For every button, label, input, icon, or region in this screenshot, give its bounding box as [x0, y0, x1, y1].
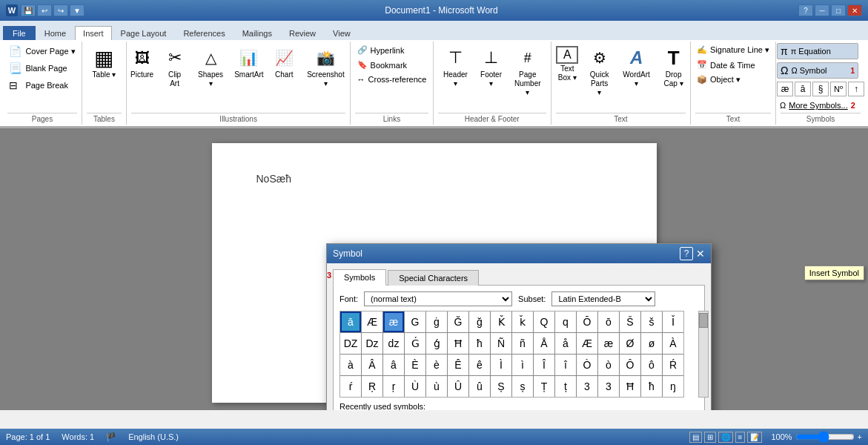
- symbol-grid-container: ā Æ æ G ġ Ğ ğ Ǩ ǩ Q q Ō ō: [339, 311, 698, 398]
- symbol-btn[interactable]: Ω Ω Symbol 1: [777, 62, 858, 79]
- help-btn[interactable]: ?: [798, 4, 813, 16]
- tab-file[interactable]: File: [3, 26, 36, 40]
- clip-art-label: Clip Art: [164, 70, 186, 88]
- clip-art-btn[interactable]: ✂ Clip Art: [159, 43, 191, 91]
- maximize-btn[interactable]: □: [831, 4, 846, 16]
- sym-ae[interactable]: ā: [340, 312, 361, 332]
- quick-access-redo[interactable]: ↪: [53, 4, 68, 16]
- table-label: Table ▾: [93, 70, 116, 79]
- tab-home[interactable]: Home: [36, 26, 74, 40]
- smartart-label: SmartArt: [234, 70, 263, 79]
- blank-page-btn[interactable]: 📃 Blank Page: [4, 60, 72, 76]
- page-break-btn[interactable]: ⊟ Page Break: [4, 77, 73, 93]
- screenshot-btn[interactable]: 📸 Screenshot ▾: [301, 43, 350, 91]
- footer-label: Footer ▾: [479, 70, 503, 88]
- modal-close-btn[interactable]: ✕: [696, 248, 705, 260]
- object-label: Object ▾: [710, 75, 741, 85]
- drop-cap-btn[interactable]: T DropCap ▾: [658, 43, 689, 91]
- cross-reference-btn[interactable]: ↔ Cross-reference: [352, 73, 432, 86]
- quick-access-save[interactable]: 💾: [21, 4, 36, 16]
- tab-special-chars[interactable]: Special Characters: [388, 270, 479, 286]
- ribbon-group-links: 🔗 Hyperlink 🔖 Bookmark ↔ Cross-reference…: [351, 42, 433, 125]
- quick-access-undo[interactable]: ↩: [37, 4, 52, 16]
- ribbon-container: File Home Insert Page Layout References …: [0, 21, 868, 128]
- footer-btn[interactable]: ⊥ Footer ▾: [474, 43, 507, 91]
- date-time-btn[interactable]: 📅 Date & Time: [692, 58, 761, 72]
- equation-icon: π: [781, 45, 788, 57]
- tab-view[interactable]: View: [325, 26, 359, 40]
- modal-tab-content: Font: (normal text) Subset: Latin Extend…: [333, 285, 705, 410]
- sym-cell-section[interactable]: §: [812, 82, 829, 96]
- wordart-label: WordArt ▾: [621, 70, 652, 88]
- table-btn[interactable]: ▦ Table ▾: [87, 43, 120, 82]
- font-select[interactable]: (normal text): [364, 291, 512, 306]
- date-time-label: Date & Time: [710, 61, 755, 70]
- page-number-btn[interactable]: # PageNumber ▾: [509, 43, 546, 100]
- cover-page-icon: 📄: [9, 45, 22, 57]
- drop-cap-icon: T: [662, 46, 686, 70]
- modal-overlay: Symbol ? ✕ 3 Symbols Special Characters: [0, 128, 868, 410]
- tab-references[interactable]: References: [175, 26, 233, 40]
- zoom-level: 100%: [771, 432, 792, 441]
- ribbon-group-signature: ✍ Signature Line ▾ 📅 Date & Time 📦 Objec…: [691, 42, 776, 125]
- picture-btn[interactable]: 🖼 Picture: [127, 43, 158, 82]
- tab-insert[interactable]: Insert: [75, 26, 112, 41]
- modal-help-btn[interactable]: ?: [680, 247, 693, 260]
- document-area[interactable]: NoSæħ Insert Symbol Symbol ? ✕ 3 Symbols: [0, 128, 868, 410]
- screenshot-label: Screenshot ▾: [305, 70, 345, 88]
- tables-group-label: Tables: [87, 113, 122, 123]
- minimize-btn[interactable]: ─: [815, 4, 829, 16]
- sym-cell-no[interactable]: Nº: [830, 82, 847, 96]
- shapes-btn[interactable]: △ Shapes ▾: [192, 43, 230, 91]
- full-screen-btn[interactable]: ⊞: [704, 432, 716, 443]
- symbol-grid: ā Æ æ G ġ Ğ ğ Ǩ ǩ Q q Ō ō: [339, 311, 684, 398]
- sym-cell-up[interactable]: ↑: [848, 82, 864, 96]
- font-row: Font: (normal text) Subset: Latin Extend…: [339, 291, 698, 306]
- print-view-btn[interactable]: ▤: [689, 432, 702, 443]
- wordart-btn[interactable]: A WordArt ▾: [617, 43, 657, 91]
- subset-select[interactable]: Latin Extended-B: [551, 291, 655, 306]
- smartart-btn[interactable]: 📊 SmartArt: [231, 43, 268, 82]
- quick-parts-btn[interactable]: ⚙ QuickParts ▾: [584, 43, 615, 100]
- web-view-btn[interactable]: 🌐: [718, 432, 733, 443]
- tab-page-layout[interactable]: Page Layout: [113, 26, 175, 40]
- text-box-btn[interactable]: A TextBox ▾: [552, 43, 582, 85]
- outline-btn[interactable]: ≡: [735, 432, 746, 443]
- page-info: Page: 1 of 1: [6, 432, 50, 441]
- chart-btn[interactable]: 📈 Chart: [268, 43, 299, 82]
- more-symbols-btn[interactable]: Ω More Symbols... 2: [777, 99, 858, 111]
- draft-btn[interactable]: 📝: [747, 432, 762, 443]
- tab-mailings[interactable]: Mailings: [234, 26, 280, 40]
- bookmark-btn[interactable]: 🔖 Bookmark: [352, 58, 413, 72]
- hyperlink-btn[interactable]: 🔗 Hyperlink: [352, 43, 410, 57]
- signature-line-btn[interactable]: ✍ Signature Line ▾: [692, 43, 775, 57]
- quick-access-more[interactable]: ▼: [70, 4, 85, 16]
- view-icons[interactable]: ▤ ⊞ 🌐 ≡ 📝: [689, 432, 763, 443]
- tab-symbols[interactable]: Symbols: [333, 269, 386, 286]
- sym-cell-macron[interactable]: ā: [795, 82, 811, 96]
- object-btn[interactable]: 📦 Object ▾: [692, 73, 746, 87]
- zoom-slider[interactable]: [795, 433, 855, 441]
- header-btn[interactable]: ⊤ Header ▾: [438, 43, 474, 91]
- scroll-thumb[interactable]: [699, 313, 708, 328]
- sym-AE[interactable]: Æ: [362, 312, 382, 332]
- equation-btn[interactable]: π π Equation: [777, 43, 858, 59]
- badge-3: 3: [327, 271, 331, 280]
- sig-group-label: Text: [695, 113, 771, 123]
- pages-group-label: Pages: [7, 113, 77, 123]
- zoom-in-icon[interactable]: +: [858, 432, 862, 441]
- ribbon-group-header-footer: ⊤ Header ▾ ⊥ Footer ▾ # PageNumber ▾ Hea…: [434, 42, 551, 125]
- sym-ae-sel[interactable]: æ: [383, 312, 404, 332]
- picture-label: Picture: [130, 70, 153, 79]
- sym-cell-ae[interactable]: æ: [777, 82, 793, 96]
- modal-body: 3 Symbols Special Characters Font: (norm…: [327, 263, 711, 410]
- illustrations-buttons: 🖼 Picture ✂ Clip Art △ Shapes ▾ 📊 SmartA…: [127, 43, 351, 111]
- close-btn[interactable]: ✕: [847, 4, 862, 16]
- bookmark-label: Bookmark: [371, 61, 408, 70]
- tab-review[interactable]: Review: [281, 26, 324, 40]
- equation-label: π Equation: [791, 47, 831, 56]
- cover-page-btn[interactable]: 📄 Cover Page ▾: [4, 43, 80, 59]
- grid-scrollbar[interactable]: [698, 311, 709, 398]
- window-title: Document1 - Microsoft Word: [85, 5, 798, 16]
- page-break-label: Page Break: [25, 81, 67, 90]
